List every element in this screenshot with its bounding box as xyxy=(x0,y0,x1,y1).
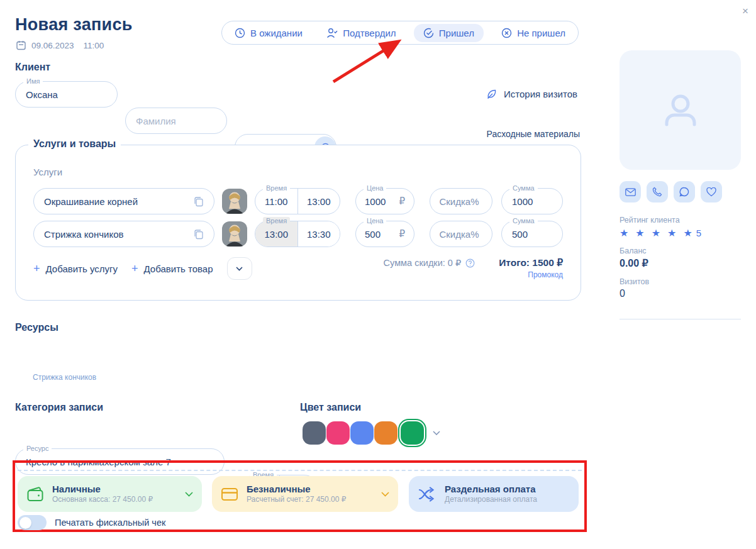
service-sum-field[interactable]: Сумма 1000 xyxy=(501,188,563,214)
color-swatch-green-selected[interactable] xyxy=(401,421,424,445)
heart-icon xyxy=(706,187,716,197)
more-add-options-button[interactable] xyxy=(227,257,252,280)
chevron-down-icon[interactable] xyxy=(381,492,389,497)
phone-icon xyxy=(652,187,662,197)
quill-icon xyxy=(486,88,498,100)
wallet-icon xyxy=(26,486,44,502)
time-start[interactable]: 13:00 xyxy=(255,221,297,247)
time-end[interactable]: 13:00 xyxy=(297,189,340,214)
service-price-field[interactable]: Цена 1000 ₽ xyxy=(355,188,414,214)
color-swatch-pink[interactable] xyxy=(326,421,350,445)
discount-label: Скидка% xyxy=(439,196,479,207)
add-service-label: Добавить услугу xyxy=(46,263,118,274)
resources-section-heading: Ресурсы xyxy=(15,322,58,333)
employee-avatar[interactable] xyxy=(222,189,247,214)
visits-label: Визитов xyxy=(620,277,649,286)
services-section: Услуги и товары Услуги Окрашивание корне… xyxy=(15,145,581,301)
service-discount-dropdown[interactable]: Скидка% xyxy=(430,188,492,214)
star-icon[interactable]: ★ xyxy=(635,227,644,239)
payment-option-split[interactable]: Раздельная оплата Детализированная оплат… xyxy=(409,476,579,512)
employee-avatar[interactable] xyxy=(222,221,247,247)
first-name-field[interactable]: Имя Оксана xyxy=(15,81,118,108)
toggle-knob xyxy=(19,517,31,529)
service-price-field[interactable]: Цена 500 ₽ xyxy=(355,221,414,247)
payment-title: Безналичные xyxy=(247,484,346,494)
payment-option-cash[interactable]: Наличные Основная касса: 27 450.00 ₽ xyxy=(18,476,202,512)
price-label: Цена xyxy=(364,184,386,192)
call-button[interactable] xyxy=(647,181,668,202)
star-icon[interactable]: ★ xyxy=(620,227,628,239)
add-product-button[interactable]: + Добавить товар xyxy=(131,263,213,274)
favorite-button[interactable] xyxy=(701,181,722,202)
shuffle-icon xyxy=(418,487,436,502)
promo-code-link[interactable]: Промокод xyxy=(528,270,563,279)
envelope-icon xyxy=(625,188,636,196)
add-service-button[interactable]: + Добавить услугу xyxy=(33,263,118,274)
time-start[interactable]: 11:00 xyxy=(255,189,297,214)
service-row: Окрашивание корней Время 11:00 xyxy=(33,188,563,214)
discount-total-label: Сумма скидки: 0 ₽ xyxy=(384,258,462,268)
status-no-show[interactable]: Не пришел xyxy=(495,24,572,42)
chevron-down-icon[interactable] xyxy=(433,431,440,435)
star-icon[interactable]: ★ xyxy=(667,227,676,239)
time-label: Время xyxy=(263,217,290,225)
star-icon[interactable]: ★ xyxy=(683,227,692,239)
star-icon[interactable]: ★ xyxy=(652,227,660,239)
time-label: Время xyxy=(263,184,290,192)
payment-subtitle: Детализированная оплата xyxy=(445,496,537,504)
appointment-date: 09.06.2023 xyxy=(31,41,74,50)
service-discount-dropdown[interactable]: Скидка% xyxy=(430,221,492,247)
service-sum-field[interactable]: Сумма 500 xyxy=(501,221,563,247)
visits-value: 0 xyxy=(620,288,625,299)
client-contact-actions xyxy=(620,181,722,202)
service-row: Стрижка кончиков Время 13:00 xyxy=(33,221,563,247)
email-button[interactable] xyxy=(620,181,641,202)
copy-icon[interactable] xyxy=(194,229,204,240)
visit-history-button[interactable]: История визитов xyxy=(486,88,577,100)
color-swatch-slate[interactable] xyxy=(303,421,326,445)
color-swatch-orange[interactable] xyxy=(374,421,397,445)
service-name-field[interactable]: Окрашивание корней xyxy=(33,188,214,214)
last-name-placeholder: Фамилия xyxy=(136,116,176,126)
fiscal-receipt-toggle-row: Печатать фискальный чек xyxy=(18,515,165,530)
sum-label: Сумма xyxy=(509,184,538,192)
chevron-down-icon[interactable] xyxy=(185,492,193,497)
rating-label: Рейтинг клиента xyxy=(620,216,680,225)
chat-button[interactable] xyxy=(674,181,695,202)
credit-card-icon xyxy=(221,487,238,502)
service-name-field[interactable]: Стрижка кончиков xyxy=(33,221,214,247)
payment-option-cashless[interactable]: Безналичные Расчетный счет: 27 450.00 ₽ xyxy=(212,476,398,512)
appointment-time: 11:00 xyxy=(84,41,104,50)
question-icon[interactable] xyxy=(465,258,475,268)
x-circle-icon xyxy=(501,28,512,38)
price-value: 1000 xyxy=(365,196,386,207)
color-swatch-blue[interactable] xyxy=(350,421,374,445)
status-pending[interactable]: В ожидании xyxy=(228,24,309,42)
services-section-heading: Услуги и товары xyxy=(28,138,121,150)
calendar-icon xyxy=(16,40,26,50)
check-circle-icon xyxy=(423,28,434,38)
grand-total: Итого: 1500 ₽ xyxy=(499,257,563,269)
payment-separator xyxy=(18,470,582,471)
services-footer: + Добавить услугу + Добавить товар Сумма… xyxy=(33,257,563,280)
last-name-field[interactable]: Фамилия xyxy=(125,108,227,134)
ruble-sign: ₽ xyxy=(399,228,405,240)
payment-title: Наличные xyxy=(52,484,153,494)
balance-value: 0.00 ₽ xyxy=(620,257,648,269)
annotation-arrow xyxy=(322,31,413,89)
consumables-link[interactable]: Расходные материалы xyxy=(377,129,580,139)
balance-label: Баланс xyxy=(620,247,647,255)
client-rating[interactable]: ★ ★ ★ ★ ★ 5 xyxy=(620,227,701,239)
service-time-field[interactable]: Время 13:00 13:30 xyxy=(255,221,340,247)
time-end[interactable]: 13:30 xyxy=(297,221,340,247)
close-icon[interactable]: × xyxy=(742,6,748,16)
chevron-down-icon xyxy=(236,267,243,271)
status-arrived[interactable]: Пришел xyxy=(414,24,484,42)
fiscal-receipt-toggle[interactable] xyxy=(18,515,47,530)
appointment-datetime[interactable]: 09.06.2023 11:00 xyxy=(16,40,104,50)
service-time-field[interactable]: Время 11:00 13:00 xyxy=(255,188,340,214)
price-value: 500 xyxy=(365,229,381,240)
status-label: В ожидании xyxy=(250,28,303,38)
discount-total: Сумма скидки: 0 ₽ xyxy=(384,258,475,268)
copy-icon[interactable] xyxy=(194,196,204,207)
